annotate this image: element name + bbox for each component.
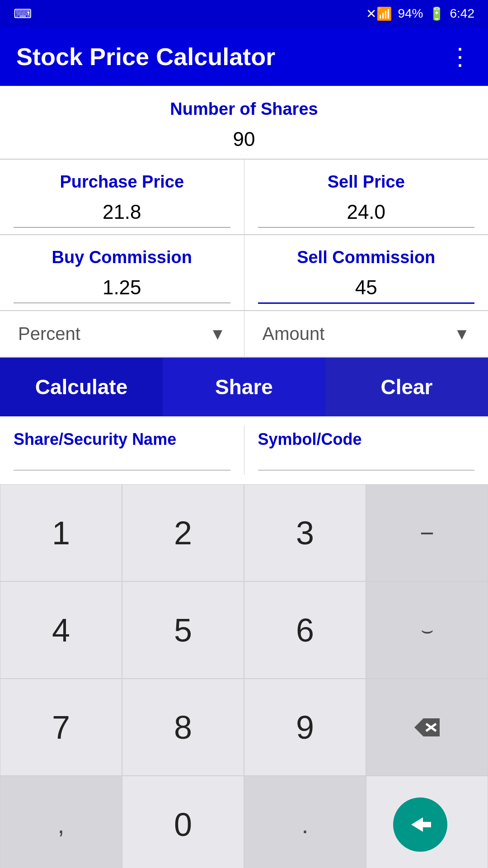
key-row-1: 1 2 3 −: [0, 484, 488, 581]
more-options-icon[interactable]: ⋮: [448, 45, 472, 68]
battery-text: 94%: [398, 6, 423, 21]
svg-marker-0: [414, 718, 440, 736]
numeric-keyboard: 1 2 3 − 4 5 6 ⌣ 7 8 9 , 0 .: [0, 484, 488, 868]
key-space[interactable]: ⌣: [366, 581, 488, 679]
key-2[interactable]: 2: [122, 484, 244, 581]
sell-commission-label: Sell Commission: [297, 248, 435, 267]
key-row-3: 7 8 9: [0, 679, 488, 776]
key-dot[interactable]: .: [244, 776, 366, 868]
key-9[interactable]: 9: [244, 679, 366, 776]
key-5[interactable]: 5: [122, 581, 244, 679]
share-name-col: Share/Security Name: [0, 425, 244, 475]
signal-icon: ✕📶: [366, 6, 392, 21]
key-4[interactable]: 4: [0, 581, 122, 679]
sell-commission-value[interactable]: 45: [258, 273, 475, 304]
buy-commission-value[interactable]: 1.25: [14, 273, 230, 303]
app-title: Stock Price Calculator: [16, 42, 275, 71]
price-row: Purchase Price 21.8 Sell Price 24.0: [0, 160, 488, 235]
percent-dropdown-text: Percent: [18, 324, 80, 344]
key-3[interactable]: 3: [244, 484, 366, 581]
key-backspace[interactable]: [366, 679, 488, 776]
key-comma[interactable]: ,: [0, 776, 122, 868]
key-row-2: 4 5 6 ⌣: [0, 581, 488, 679]
key-enter-wrapper: [366, 776, 488, 868]
calculate-button[interactable]: Calculate: [0, 358, 163, 416]
purchase-price-value[interactable]: 21.8: [14, 197, 230, 228]
time-display: 6:42: [450, 6, 475, 21]
key-minus[interactable]: −: [366, 484, 488, 581]
name-code-row: Share/Security Name Symbol/Code: [0, 416, 488, 475]
key-1[interactable]: 1: [0, 484, 122, 581]
amount-dropdown-text: Amount: [263, 324, 325, 344]
main-content: Number of Shares 90 Purchase Price 21.8 …: [0, 86, 488, 484]
key-row-4: , 0 .: [0, 776, 488, 868]
sell-commission-col: Sell Commission 45: [244, 235, 488, 310]
percent-dropdown[interactable]: Percent ▼: [0, 311, 244, 357]
buy-commission-col: Buy Commission 1.25: [0, 235, 244, 310]
svg-marker-3: [411, 817, 431, 832]
status-bar-left: ⌨: [14, 6, 33, 21]
sell-price-label: Sell Price: [328, 172, 405, 192]
share-name-label: Share/Security Name: [14, 430, 176, 449]
key-6[interactable]: 6: [244, 581, 366, 679]
status-bar-right: ✕📶 94% 🔋 6:42: [366, 6, 474, 21]
symbol-code-label: Symbol/Code: [258, 430, 362, 449]
purchase-price-label: Purchase Price: [60, 172, 184, 192]
action-buttons-row: Calculate Share Clear: [0, 358, 488, 416]
share-button[interactable]: Share: [163, 358, 325, 416]
keyboard-icon: ⌨: [14, 6, 33, 21]
key-enter[interactable]: [393, 797, 447, 852]
sell-price-value[interactable]: 24.0: [258, 197, 475, 228]
amount-dropdown[interactable]: Amount ▼: [244, 311, 488, 357]
amount-chevron-down-icon: ▼: [454, 325, 470, 344]
percent-chevron-down-icon: ▼: [210, 325, 226, 344]
commission-row: Buy Commission 1.25 Sell Commission 45: [0, 235, 488, 311]
shares-label: Number of Shares: [170, 99, 318, 119]
app-bar: Stock Price Calculator ⋮: [0, 27, 488, 86]
buy-commission-label: Buy Commission: [52, 248, 192, 267]
share-name-line: [14, 470, 230, 471]
symbol-code-col: Symbol/Code: [244, 425, 488, 475]
purchase-price-col: Purchase Price 21.8: [0, 160, 244, 234]
battery-icon: 🔋: [429, 6, 445, 21]
shares-section: Number of Shares 90: [0, 86, 488, 160]
status-bar: ⌨ ✕📶 94% 🔋 6:42: [0, 0, 488, 27]
dropdown-row: Percent ▼ Amount ▼: [0, 311, 488, 358]
shares-value[interactable]: 90: [18, 124, 470, 154]
sell-price-col: Sell Price 24.0: [244, 160, 488, 234]
clear-button[interactable]: Clear: [325, 358, 488, 416]
key-7[interactable]: 7: [0, 679, 122, 776]
key-8[interactable]: 8: [122, 679, 244, 776]
key-0[interactable]: 0: [122, 776, 244, 868]
symbol-code-line: [258, 470, 475, 471]
